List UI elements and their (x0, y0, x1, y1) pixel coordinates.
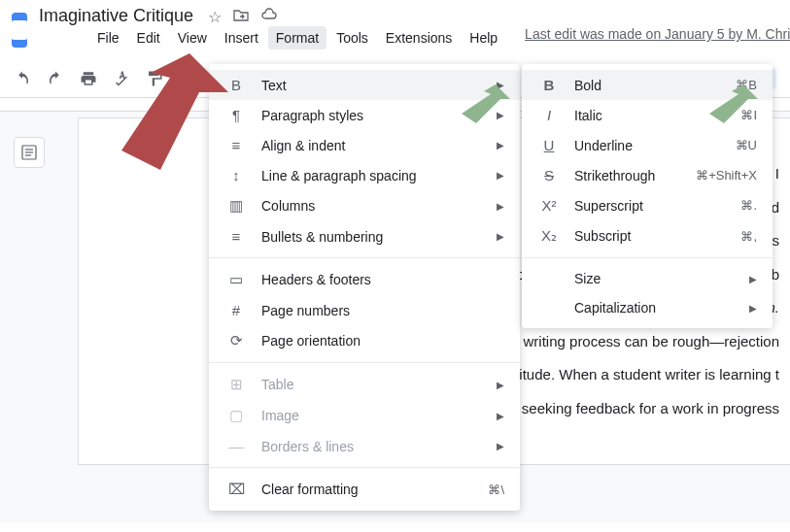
move-icon[interactable] (233, 8, 249, 26)
submenu-arrow-icon: ▶ (749, 303, 757, 314)
menu-item-label: Align & indent (261, 138, 497, 153)
format-item-columns[interactable]: ▥Columns▶ (209, 190, 520, 221)
green-annotation-arrow (695, 80, 763, 132)
last-edit-link[interactable]: Last edit was made on January 5 by M. Ch… (525, 26, 790, 50)
format-item-page-orientation[interactable]: ⟳Page orientation (209, 325, 520, 356)
menu-item-icon: ⌧ (224, 481, 248, 498)
outline-button[interactable] (14, 137, 45, 168)
red-annotation-arrow (83, 44, 238, 203)
text-item-underline[interactable]: UUnderline⌘U (522, 130, 773, 160)
format-item-line-paragraph-spacing[interactable]: ↕Line & paragraph spacing▶ (209, 160, 520, 190)
menu-item-icon: X₂ (537, 227, 561, 245)
format-item-align-indent[interactable]: ≡Align & indent▶ (209, 130, 520, 160)
submenu-arrow-icon: ▶ (497, 380, 504, 390)
menu-item-icon: B (537, 77, 561, 93)
menu-item-label: Capitalization (574, 300, 749, 316)
format-item-borders-lines: —Borders & lines▶ (209, 431, 520, 461)
menu-item-shortcut: ⌘U (736, 138, 757, 152)
menu-item-label: Table (261, 377, 497, 392)
green-annotation-arrow (447, 80, 515, 132)
menu-separator (522, 257, 773, 258)
menu-item-shortcut: ⌘, (740, 229, 757, 244)
menu-separator (209, 257, 520, 258)
docs-logo[interactable] (12, 13, 27, 48)
menu-item-icon: U (537, 137, 561, 153)
format-item-page-numbers[interactable]: #Page numbers (209, 295, 520, 325)
svg-marker-5 (462, 84, 510, 123)
menu-item-label: Headers & footers (261, 272, 504, 287)
submenu-arrow-icon: ▶ (497, 441, 504, 451)
menu-help[interactable]: Help (462, 26, 505, 50)
submenu-arrow-icon: ▶ (497, 170, 504, 181)
menu-item-label: Bullets & numbering (261, 229, 497, 245)
menu-item-icon: ▢ (224, 407, 248, 424)
menu-separator (209, 467, 520, 468)
text-item-size[interactable]: Size▶ (522, 264, 773, 293)
undo-button[interactable] (12, 68, 33, 89)
format-item-table: ⊞Table▶ (209, 369, 520, 400)
menu-item-shortcut: ⌘+Shift+X (696, 168, 757, 183)
menu-item-icon: I (537, 107, 561, 123)
star-icon[interactable]: ☆ (208, 8, 222, 26)
format-item-clear-formatting[interactable]: ⌧Clear formatting⌘\ (209, 474, 520, 505)
submenu-arrow-icon: ▶ (497, 140, 504, 150)
menu-format[interactable]: Format (268, 26, 326, 50)
menu-item-icon: ⟳ (224, 332, 248, 349)
format-item-bullets-numbering[interactable]: ≡Bullets & numbering▶ (209, 221, 520, 251)
menu-item-label: Page numbers (261, 303, 504, 318)
menu-item-shortcut: ⌘. (740, 198, 757, 213)
menu-item-label: Image (261, 408, 497, 423)
menu-item-label: Superscript (574, 198, 740, 214)
submenu-arrow-icon: ▶ (497, 411, 504, 421)
format-item-image: ▢Image▶ (209, 400, 520, 431)
text-item-subscript[interactable]: X₂Subscript⌘, (522, 220, 773, 251)
menu-separator (209, 362, 520, 363)
submenu-arrow-icon: ▶ (749, 274, 757, 284)
svg-marker-6 (709, 84, 758, 123)
menu-item-label: Subscript (574, 228, 740, 244)
menu-item-label: Strikethrough (574, 168, 696, 183)
menu-item-label: Size (574, 271, 749, 286)
cloud-icon[interactable] (260, 8, 278, 26)
text-item-capitalization[interactable]: Capitalization▶ (522, 293, 773, 322)
submenu-arrow-icon: ▶ (497, 231, 504, 242)
menu-item-label: Clear formatting (261, 482, 488, 497)
svg-marker-4 (121, 53, 228, 170)
menu-item-label: Columns (261, 198, 497, 214)
menu-item-icon: # (224, 302, 248, 318)
submenu-arrow-icon: ▶ (497, 201, 504, 212)
menu-item-icon: X² (537, 197, 561, 214)
menu-item-icon: ≡ (224, 228, 248, 245)
menu-item-label: Line & paragraph spacing (261, 168, 497, 183)
menu-extensions[interactable]: Extensions (378, 26, 460, 50)
menu-tools[interactable]: Tools (328, 26, 376, 50)
text-item-strikethrough[interactable]: SStrikethrough⌘+Shift+X (522, 160, 773, 190)
menu-item-label: Page orientation (261, 333, 504, 349)
menu-item-label: Underline (574, 138, 736, 153)
format-item-headers-footers[interactable]: ▭Headers & footers (209, 264, 520, 295)
menu-item-icon: S (537, 167, 561, 183)
menu-item-icon: ⊞ (224, 376, 248, 393)
redo-button[interactable] (45, 68, 66, 89)
menu-item-icon: ▭ (224, 271, 248, 288)
menu-item-shortcut: ⌘\ (488, 482, 504, 497)
document-title[interactable]: Imaginative Critique (39, 6, 193, 26)
menu-item-label: Borders & lines (261, 439, 497, 454)
menu-item-icon: — (224, 438, 248, 454)
text-item-superscript[interactable]: X²Superscript⌘. (522, 190, 773, 220)
